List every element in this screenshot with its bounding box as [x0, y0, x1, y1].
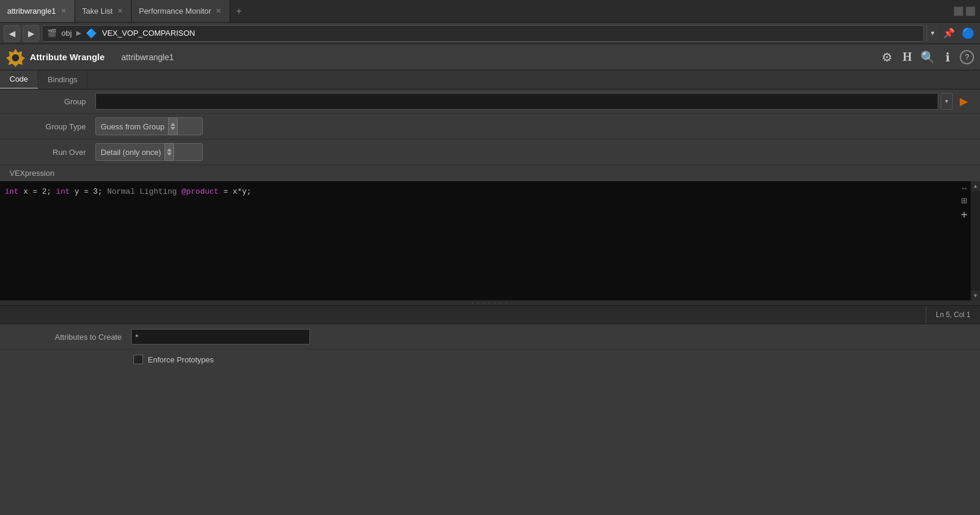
group-control: ▼ ▶ [95, 93, 968, 110]
header-action-icons: ⚙ H 🔍 ℹ ? [879, 49, 974, 66]
code-int-kw-1: int [5, 187, 18, 196]
divider-handle[interactable]: · · · · · · · [0, 300, 980, 305]
node-name-label: attribwrangle1 [122, 52, 874, 62]
group-type-value: Guess from Group [101, 122, 165, 131]
tab-label-attribwrangle1: attribwrangle1 [7, 7, 56, 15]
nav-network-button[interactable]: 🔵 [960, 25, 976, 42]
content-tabs: Code Bindings [0, 70, 980, 89]
tab-code-label: Code [10, 75, 28, 83]
nav-path-separator: ▶ [76, 29, 81, 37]
vexpression-label: VEXpression [0, 165, 980, 181]
run-over-label: Run Over [12, 148, 95, 157]
help-icon[interactable]: ? [960, 50, 974, 64]
editor-collapse-icon[interactable]: ⊞ [961, 196, 967, 205]
tab-close-takelist[interactable]: ✕ [116, 7, 124, 15]
code-line-2: y = 3; [70, 187, 103, 196]
window-buttons [954, 7, 980, 16]
code-editor-scrollbar[interactable]: ▲ ▼ [970, 181, 980, 300]
editor-add-icon[interactable]: + [961, 209, 967, 221]
attr-create-row: Attributes to Create [0, 324, 980, 350]
tab-label-performancemonitor: Performance Monitor [139, 7, 211, 15]
search-icon[interactable]: 🔍 [919, 49, 936, 66]
status-position: Ln 5, Col 1 [926, 306, 980, 324]
nav-path-dropdown-button[interactable]: ▼ [926, 25, 938, 42]
group-type-control: Guess from Group [95, 117, 968, 135]
tab-close-attribwrangle1[interactable]: ✕ [60, 7, 67, 15]
run-over-row: Run Over Detail (only once) [0, 139, 980, 165]
enforce-prototypes-row: Enforce Prototypes [0, 350, 980, 369]
tab-label-takelist: Take List [82, 7, 113, 15]
node-type-icon [6, 48, 25, 67]
run-over-dropdown[interactable]: Detail (only once) [95, 143, 203, 161]
code-line-3: Normal Lighting [107, 187, 177, 196]
nav-path-obj-icon: 🎬 [47, 29, 57, 38]
help-H-icon[interactable]: H [899, 49, 916, 66]
run-over-spinner[interactable] [165, 143, 174, 161]
editor-expand-icon[interactable]: ↔ [960, 184, 968, 193]
run-over-value: Detail (only once) [101, 148, 161, 157]
nav-path-node-label: VEX_VOP_COMPARISON [102, 29, 195, 38]
divider-dots: · · · · · · · [472, 300, 508, 306]
code-at-sym: @product [182, 187, 219, 196]
tab-performancemonitor[interactable]: Performance Monitor ✕ [132, 0, 230, 22]
scrollbar-up-arrow[interactable]: ▲ [971, 181, 980, 191]
nav-path-obj-label: obj [61, 29, 72, 38]
group-type-row: Group Type Guess from Group [0, 114, 980, 139]
header-bar: Attribute Wrangle attribwrangle1 ⚙ H 🔍 ℹ… [0, 44, 980, 70]
run-over-arrow-up-icon [167, 148, 172, 151]
group-type-label: Group Type [12, 122, 95, 131]
nav-bar: ◀ ▶ 🎬 obj ▶ 🔷 VEX_VOP_COMPARISON ▼ 📌 🔵 [0, 23, 980, 44]
group-type-dropdown[interactable]: Guess from Group [95, 117, 203, 135]
main-content: Group ▼ ▶ Group Type Guess from Group Ru… [0, 89, 980, 369]
node-type-label: Attribute Wrangle [30, 52, 105, 62]
tab-add-button[interactable]: + [230, 6, 247, 17]
tab-bar: attribwrangle1 ✕ Take List ✕ Performance… [0, 0, 980, 23]
nav-path-bar[interactable]: 🎬 obj ▶ 🔷 VEX_VOP_COMPARISON [42, 25, 924, 42]
code-line-4: = x*y; [219, 187, 252, 196]
nav-right-icons: 📌 🔵 [941, 25, 976, 42]
bottom-form: Attributes to Create Enforce Prototypes [0, 324, 980, 369]
gear-icon[interactable]: ⚙ [879, 49, 895, 66]
editor-side-icons: ↔ ⊞ + [960, 184, 968, 221]
code-editor[interactable]: int x = 2; int y = 3; Normal Lighting @p… [0, 181, 970, 300]
window-restore-button[interactable] [954, 7, 963, 16]
attr-create-label: Attributes to Create [12, 333, 131, 342]
tab-takelist[interactable]: Take List ✕ [75, 0, 132, 22]
arrow-up-icon [170, 123, 175, 126]
code-int-kw-2: int [56, 187, 70, 196]
nav-forward-icon: ▶ [28, 29, 35, 38]
info-icon[interactable]: ℹ [939, 49, 956, 66]
run-over-control: Detail (only once) [95, 143, 968, 161]
group-row: Group ▼ ▶ [0, 89, 980, 114]
status-input[interactable] [0, 306, 926, 324]
tab-bindings-label: Bindings [48, 75, 77, 84]
tab-close-performancemonitor[interactable]: ✕ [215, 7, 222, 15]
code-editor-container: int x = 2; int y = 3; Normal Lighting @p… [0, 181, 980, 300]
code-line-1: x = 2; [18, 187, 51, 196]
enforce-prototypes-checkbox[interactable] [134, 355, 143, 364]
nav-forward-button[interactable]: ▶ [23, 25, 39, 42]
status-bar: Ln 5, Col 1 [0, 305, 980, 324]
tab-attribwrangle1[interactable]: attribwrangle1 ✕ [0, 0, 75, 22]
run-over-arrow-down-icon [167, 153, 172, 156]
arrow-down-icon [170, 127, 175, 130]
group-navigate-button[interactable]: ▶ [960, 95, 968, 108]
group-label: Group [12, 97, 95, 106]
nav-back-icon: ◀ [9, 29, 15, 38]
enforce-prototypes-label: Enforce Prototypes [148, 355, 214, 364]
attr-create-input[interactable] [131, 329, 310, 345]
tab-code[interactable]: Code [0, 70, 38, 89]
group-input[interactable] [95, 93, 938, 110]
scrollbar-track[interactable] [971, 191, 980, 291]
tab-add-icon: + [236, 6, 241, 17]
group-dropdown-arrow[interactable]: ▼ [941, 93, 953, 110]
nav-back-button[interactable]: ◀ [4, 25, 20, 42]
group-type-spinner[interactable] [168, 117, 178, 135]
window-expand-button[interactable] [966, 7, 975, 16]
svg-point-1 [12, 54, 19, 61]
nav-pin-button[interactable]: 📌 [941, 25, 957, 42]
scrollbar-down-arrow[interactable]: ▼ [971, 291, 980, 300]
tab-bindings[interactable]: Bindings [38, 70, 88, 89]
nav-path-node-icon: 🔷 [86, 28, 97, 39]
